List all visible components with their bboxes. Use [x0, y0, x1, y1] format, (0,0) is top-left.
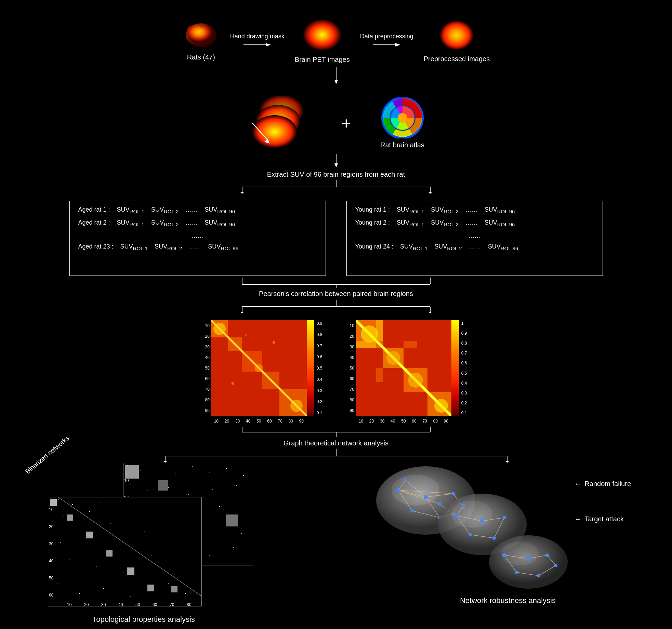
- bottom-branch-icon: [97, 449, 576, 463]
- graph-label: Graph theoretical network analysis: [284, 439, 388, 447]
- svg-rect-143: [50, 499, 57, 506]
- aged-rat-23-dots: ……: [189, 243, 201, 250]
- svg-point-179: [424, 495, 428, 499]
- aged-matrix-wrapper: 10 20 30 40 50 60 70 80 90: [205, 320, 322, 424]
- svg-rect-127: [81, 532, 81, 532]
- svg-point-200: [462, 504, 465, 507]
- svg-rect-121: [58, 499, 59, 500]
- svg-marker-8: [334, 80, 338, 84]
- aged-rat-23-suv2: SUVROI_2: [155, 243, 182, 251]
- down-arrow1-icon: [333, 67, 340, 84]
- young-rat-2-suv2: SUVROI_2: [431, 219, 458, 227]
- svg-point-63: [408, 373, 423, 388]
- svg-marker-5: [395, 43, 400, 46]
- svg-point-196: [480, 519, 484, 523]
- arrow1-label: Hand drawing mask: [230, 33, 285, 40]
- aged-rat-1-suv1: SUVROI_1: [117, 206, 144, 214]
- svg-rect-87: [188, 494, 189, 495]
- aged-y-labels: 10 20 30 40 50 60 70 80 90: [205, 320, 211, 416]
- svg-text:70: 70: [170, 602, 174, 606]
- branch-connector: [10, 180, 662, 194]
- svg-rect-149: [171, 586, 177, 592]
- svg-rect-86: [168, 487, 169, 488]
- svg-rect-85: [147, 491, 148, 491]
- young-matrix-wrapper: 10 20 30 40 50 60 70 80 90: [350, 320, 467, 424]
- svg-rect-129: [100, 503, 100, 503]
- tables-row: Aged rat 1 : SUVROI_1 SUVROI_2 …… SUVROI…: [10, 201, 662, 276]
- topo-label: Topological properties analysis: [27, 615, 260, 624]
- young-row-1: Young rat 1 : SUVROI_1 SUVROI_2 …… SUVRO…: [355, 206, 594, 214]
- svg-rect-132: [69, 559, 69, 560]
- young-rat-1-name: Young rat 1 :: [355, 206, 390, 213]
- preprocessed-item: Preprocessed images: [424, 18, 490, 63]
- rats-icon: [182, 20, 220, 51]
- aged-rat-23-name: Aged rat 23 :: [78, 243, 114, 250]
- svg-marker-18: [334, 163, 338, 168]
- rats-item: Rats (47): [182, 20, 220, 61]
- svg-rect-59: [376, 368, 383, 382]
- preprocessed-label: Preprocessed images: [424, 55, 490, 63]
- svg-rect-49: [245, 334, 247, 336]
- svg-rect-140: [79, 593, 80, 594]
- young-colorbar-container: 1 0.9 0.8 0.7 0.6 0.5 0.4 0.3 0.2 0.1: [451, 320, 467, 416]
- svg-rect-79: [175, 473, 175, 474]
- young-rat-2-suv1: SUVROI_1: [397, 219, 424, 227]
- target-attack-label: Target attack: [584, 515, 624, 523]
- svg-text:50: 50: [49, 576, 54, 580]
- svg-rect-88: [212, 489, 213, 490]
- young-matrix-container: 10 20 30 40 50 60 70 80 90: [350, 320, 467, 424]
- bottom-row: Binarized networks: [10, 463, 662, 624]
- svg-rect-56: [356, 341, 376, 348]
- svg-rect-78: [158, 467, 158, 467]
- aged-row-2: Aged rat 2 : SUVROI_1 SUVROI_2 …… SUVROI…: [78, 219, 317, 227]
- svg-point-64: [434, 399, 448, 413]
- stacked-pet-icon: [246, 96, 314, 150]
- young-rat-1-suv2: SUVROI_2: [431, 206, 458, 214]
- young-rat-24-suvN: SUVROI_96: [488, 243, 518, 251]
- svg-rect-80: [192, 466, 193, 467]
- brain-pet-label: Brain PET images: [295, 56, 350, 64]
- svg-rect-146: [106, 550, 113, 557]
- down-arrow2-icon: [333, 154, 340, 168]
- random-failure-arrow: ←: [574, 480, 581, 488]
- top-flow: Rats (47) Hand drawing mask: [10, 17, 662, 64]
- aged-rat-1-suv2: SUVROI_2: [151, 206, 179, 214]
- pearson-section: Pearson's correlation between paired bra…: [10, 278, 662, 300]
- aged-rat-table: Aged rat 1 : SUVROI_1 SUVROI_2 …… SUVROI…: [69, 201, 326, 276]
- aged-colorbar-labels: 0.9 0.8 0.7 0.6 0.5 0.4 0.3 0.2 0.1: [317, 320, 322, 416]
- young-y-labels: 10 20 30 40 50 60 70 80 90: [350, 320, 356, 416]
- svg-text:20: 20: [49, 524, 54, 529]
- svg-point-214: [554, 564, 557, 567]
- svg-rect-47: [232, 382, 234, 385]
- aged-rat-2-suvN: SUVROI_96: [205, 219, 235, 227]
- svg-rect-77: [141, 470, 141, 471]
- svg-rect-142: [130, 597, 131, 597]
- brain-networks-container: ← Random failure ← Target attack: [371, 463, 631, 593]
- young-rat-1-suvN: SUVROI_96: [485, 206, 515, 214]
- svg-rect-108: [158, 480, 168, 491]
- brain-network-3: [484, 531, 573, 594]
- rat-atlas-label: Rat brain atlas: [380, 141, 424, 149]
- svg-point-195: [454, 514, 459, 518]
- aged-colorbar-container: 0.9 0.8 0.7 0.6 0.5 0.4 0.3 0.2 0.1: [307, 320, 322, 416]
- rat-atlas-icon: [379, 97, 426, 138]
- svg-rect-100: [223, 526, 223, 527]
- svg-rect-137: [168, 583, 169, 584]
- svg-rect-128: [60, 542, 61, 543]
- svg-rect-110: [226, 514, 238, 526]
- svg-point-3: [303, 19, 341, 50]
- svg-marker-2: [266, 43, 271, 46]
- svg-rect-89: [236, 485, 237, 486]
- random-failure-item: ← Random failure: [574, 480, 631, 488]
- svg-text:40: 40: [49, 559, 54, 563]
- young-rat-table: Young rat 1 : SUVROI_1 SUVROI_2 …… SUVRO…: [346, 201, 603, 276]
- young-rat-2-suvN: SUVROI_96: [485, 219, 515, 227]
- binarized-matrices-stack: 10 20 30 40 50 70 80 90: [48, 463, 263, 610]
- down-arrow-1: [10, 67, 662, 85]
- svg-text:30: 30: [101, 602, 106, 606]
- aged-rat-2-dots: ……: [185, 219, 198, 226]
- svg-rect-131: [117, 545, 117, 546]
- young-rat-1-dots: ……: [465, 206, 478, 213]
- svg-text:50: 50: [135, 602, 140, 606]
- aged-matrix-svg-container: 10 20 30 40 50 60 70 80 90: [211, 320, 307, 424]
